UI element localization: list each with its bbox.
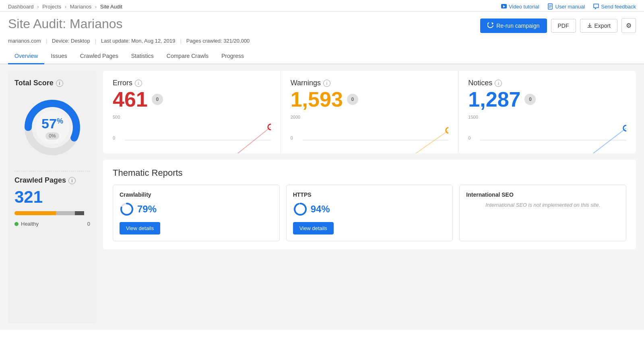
- meta-bar: marianos.com | Device: Desktop | Last up…: [0, 36, 644, 49]
- crawled-pages-progress-bar: [14, 211, 90, 215]
- stats-row: Errors i 461 0 500 0: [103, 71, 636, 153]
- progress-bar-gray: [56, 211, 75, 215]
- top-links: Video tutorial User manual Send feedback: [501, 3, 636, 10]
- errors-info-icon[interactable]: i: [135, 80, 142, 87]
- notices-y-top: 1500: [468, 115, 478, 119]
- https-title: HTTPS: [293, 191, 446, 198]
- warnings-info-icon[interactable]: i: [323, 80, 330, 87]
- main-content: Total Score i 57% 0% Cr: [0, 64, 644, 330]
- warnings-y-bottom: 0: [291, 136, 293, 140]
- international-seo-card: International SEO International SEO is n…: [459, 185, 626, 241]
- header-title-area: Site Audit: Marianos: [8, 16, 123, 31]
- notices-info-icon[interactable]: i: [495, 80, 502, 87]
- https-donut: [293, 202, 308, 216]
- thematic-reports-section: Thematic Reports Crawlability 79% View d…: [103, 160, 636, 249]
- rerun-campaign-button[interactable]: Re-run campaign: [480, 19, 547, 33]
- notices-y-bottom: 0: [468, 136, 471, 140]
- notices-chart: 1500 0: [468, 115, 626, 147]
- settings-button[interactable]: ⚙: [621, 18, 636, 33]
- donut-previous: 0%: [45, 132, 59, 140]
- breadcrumb-dashboard[interactable]: Dashboard: [8, 4, 34, 10]
- progress-bar-orange: [14, 211, 56, 215]
- international-seo-empty-text: International SEO is not implemented on …: [466, 202, 619, 208]
- healthy-dot: [14, 222, 19, 226]
- user-manual-link[interactable]: User manual: [547, 3, 585, 10]
- export-button[interactable]: Export: [580, 19, 617, 33]
- crawlability-donut: [120, 202, 134, 216]
- https-view-details-button[interactable]: View details: [293, 222, 334, 234]
- https-percent: 94%: [311, 204, 330, 215]
- crawlability-score-row: 79%: [120, 202, 273, 216]
- warnings-y-top: 2000: [291, 115, 300, 119]
- warnings-label: Warnings i: [291, 79, 449, 87]
- errors-sparkline: [125, 120, 271, 153]
- errors-label: Errors i: [113, 79, 271, 87]
- errors-card: Errors i 461 0 500 0: [103, 71, 281, 153]
- crawled-pages-info-icon[interactable]: i: [68, 177, 76, 184]
- errors-badge: 0: [152, 94, 163, 105]
- crawlability-view-details-button[interactable]: View details: [120, 222, 160, 234]
- errors-y-bottom: 0: [113, 136, 115, 140]
- tab-statistics[interactable]: Statistics: [125, 49, 160, 64]
- notices-value: 1,287: [468, 89, 520, 110]
- crawled-pages-count: 321: [14, 189, 90, 206]
- warnings-value: 1,593: [291, 89, 343, 110]
- notices-badge: 0: [524, 94, 536, 105]
- warnings-sparkline: [303, 120, 449, 153]
- breadcrumb-site[interactable]: Marianos: [70, 4, 91, 10]
- errors-y-top: 500: [113, 115, 120, 119]
- tab-progress[interactable]: Progress: [215, 49, 250, 64]
- legend: Healthy 0: [14, 218, 90, 227]
- video-icon: [501, 3, 507, 10]
- header-actions: Re-run campaign PDF Export ⚙: [480, 18, 636, 33]
- notices-card: Notices i 1,287 0 1500 0: [458, 71, 636, 153]
- breadcrumb-projects[interactable]: Projects: [42, 4, 61, 10]
- tab-crawled-pages[interactable]: Crawled Pages: [74, 49, 125, 64]
- send-feedback-link[interactable]: Send feedback: [593, 3, 636, 10]
- pdf-button[interactable]: PDF: [551, 19, 576, 33]
- https-score-row: 94%: [293, 202, 446, 216]
- thematic-reports-title: Thematic Reports: [113, 168, 626, 178]
- export-icon: [587, 23, 592, 29]
- https-card: HTTPS 94% View details: [286, 185, 453, 241]
- notices-sparkline: [480, 120, 626, 153]
- tab-compare-crawls[interactable]: Compare Crawls: [160, 49, 215, 64]
- errors-value: 461: [113, 89, 148, 110]
- reports-grid: Crawlability 79% View details HTTPS: [113, 185, 626, 241]
- right-panel: Errors i 461 0 500 0: [103, 71, 636, 323]
- total-score-title: Total Score i: [14, 79, 90, 87]
- notices-label: Notices i: [468, 79, 626, 87]
- video-tutorial-link[interactable]: Video tutorial: [501, 3, 539, 10]
- page-title: Site Audit: Marianos: [8, 16, 123, 31]
- warnings-card: Warnings i 1,593 0 2000 0: [281, 71, 459, 153]
- crawled-pages-title: Crawled Pages i: [14, 176, 90, 185]
- tabs-bar: Overview Issues Crawled Pages Statistics…: [0, 49, 644, 64]
- crawlability-title: Crawlability: [120, 191, 273, 198]
- page-header: Site Audit: Marianos Re-run campaign PDF…: [0, 12, 644, 36]
- svg-point-16: [295, 204, 306, 215]
- total-score-info-icon[interactable]: i: [56, 80, 63, 87]
- progress-bar-dark: [75, 211, 84, 215]
- tab-issues[interactable]: Issues: [44, 49, 73, 64]
- crawlability-percent: 79%: [137, 204, 157, 215]
- donut-center: 57% 0%: [41, 116, 63, 140]
- tab-overview[interactable]: Overview: [8, 49, 44, 64]
- warnings-badge: 0: [347, 94, 358, 105]
- warnings-chart: 2000 0: [291, 115, 449, 147]
- meta-last-update: Last update: Mon, Aug 12, 2019: [101, 38, 175, 44]
- crawlability-card: Crawlability 79% View details: [113, 185, 280, 241]
- panel-divider: [14, 171, 90, 171]
- donut-chart-container: 57% 0%: [14, 95, 90, 160]
- feedback-icon: [593, 3, 599, 10]
- breadcrumb: Dashboard › Projects › Marianos › Site A…: [8, 4, 122, 10]
- errors-chart: 500 0: [113, 115, 271, 147]
- legend-item-healthy: Healthy 0: [14, 221, 90, 227]
- manual-icon: [547, 3, 554, 10]
- breadcrumb-current: Site Audit: [100, 4, 122, 10]
- international-seo-title: International SEO: [466, 191, 619, 198]
- meta-device: Device: Desktop: [52, 38, 90, 44]
- rerun-icon: [487, 23, 494, 29]
- meta-pages-crawled: Pages crawled: 321/20,000: [186, 38, 250, 44]
- top-bar: Dashboard › Projects › Marianos › Site A…: [0, 0, 644, 12]
- left-panel: Total Score i 57% 0% Cr: [8, 71, 97, 323]
